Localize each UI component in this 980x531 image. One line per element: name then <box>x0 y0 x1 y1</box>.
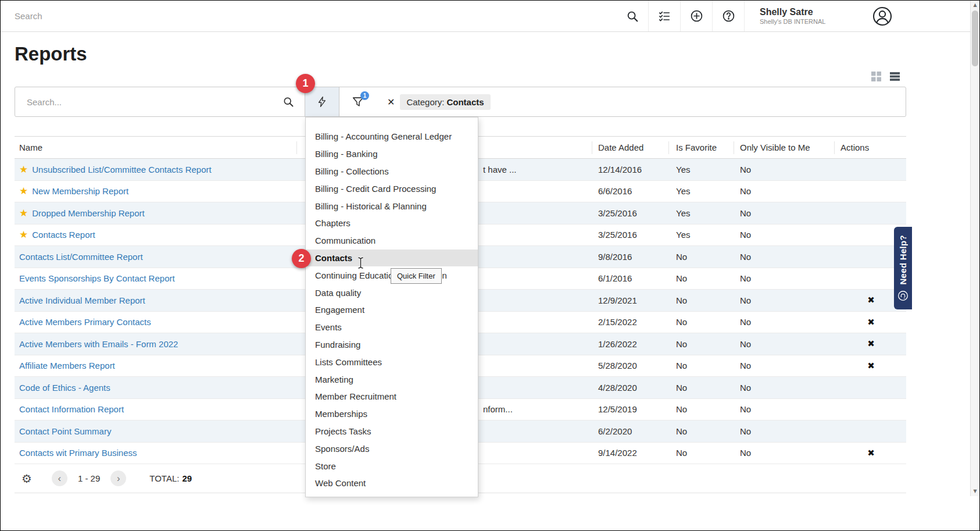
date-added-cell: 2/15/2022 <box>592 317 669 327</box>
report-name-cell: ★Dropped Membership Report <box>15 207 297 219</box>
actions-cell: ✖ <box>835 448 907 458</box>
scrollbar[interactable]: ▲ ▼ <box>970 1 979 496</box>
report-name-link[interactable]: Affiliate Members Report <box>19 361 115 370</box>
actions-cell: ✖ <box>835 404 907 415</box>
avatar-icon[interactable] <box>867 1 898 31</box>
scroll-down-button[interactable]: ▼ <box>971 487 979 496</box>
column-header-date-added[interactable]: Date Added <box>592 141 669 154</box>
quick-filter-menu-item[interactable]: Billing - Historical & Planning <box>306 197 478 215</box>
quick-filter-menu-item[interactable]: Projects Tasks <box>306 423 478 440</box>
date-added-cell: 6/2/2020 <box>592 426 669 436</box>
quick-filter-menu-item[interactable]: Contacts <box>306 250 478 267</box>
is-favorite-cell: Yes <box>669 208 734 218</box>
only-visible-cell: No <box>734 208 835 218</box>
report-name-link[interactable]: Contacts List/Committee Report <box>19 252 143 262</box>
is-favorite-cell: Yes <box>669 186 734 196</box>
report-name-link[interactable]: Contact Point Summary <box>19 426 111 436</box>
quick-filter-menu-item[interactable]: Billing - Banking <box>306 145 478 163</box>
report-name-cell: ★Events Sponsorships By Contact Report <box>15 273 297 283</box>
is-favorite-cell: No <box>669 317 734 327</box>
quick-filter-menu-item[interactable]: Member Recruitment <box>306 388 478 405</box>
remove-report-button[interactable]: ✖ <box>867 448 875 458</box>
favorite-star-icon: ★ <box>19 229 28 240</box>
only-visible-cell: No <box>734 230 835 240</box>
search-icon[interactable] <box>282 96 294 108</box>
report-name-link[interactable]: Dropped Membership Report <box>32 208 144 218</box>
search-icon[interactable] <box>617 1 648 31</box>
need-help-tab[interactable]: Need Help? <box>894 227 912 309</box>
quick-filter-menu-item[interactable]: Lists Committees <box>306 353 478 370</box>
report-name-link[interactable]: Active Members Primary Contacts <box>19 317 151 327</box>
filter-count-badge: 1 <box>360 91 369 100</box>
reports-search-input[interactable] <box>27 97 259 107</box>
quick-filter-menu-item[interactable]: Engagement <box>306 301 478 319</box>
quick-filter-menu-item[interactable]: Billing - Credit Card Processing <box>306 180 478 197</box>
actions-cell: ✖ <box>835 338 907 349</box>
clear-filter-icon[interactable]: ✕ <box>387 97 395 108</box>
quick-filter-menu-item[interactable]: Billing - Accounting General Ledger <box>306 128 478 145</box>
actions-cell: ✖ <box>835 208 907 218</box>
report-name-link[interactable]: New Membership Report <box>32 186 128 196</box>
report-name-link[interactable]: Events Sponsorships By Contact Report <box>19 273 175 283</box>
report-name-link[interactable]: Active Individual Member Report <box>19 295 145 305</box>
total-label: TOTAL: <box>149 473 179 483</box>
next-page-button[interactable]: › <box>110 471 126 486</box>
quick-filter-menu-item[interactable]: Marketing <box>306 370 478 388</box>
quick-filter-menu-item[interactable]: Web Content <box>306 475 478 492</box>
remove-report-button[interactable]: ✖ <box>867 317 875 327</box>
column-header-only-visible[interactable]: Only Visible to Me <box>734 141 835 154</box>
remove-report-button[interactable]: ✖ <box>867 361 875 371</box>
quick-filter-menu-item[interactable]: Store <box>306 457 478 475</box>
only-visible-cell: No <box>734 361 835 370</box>
actions-cell: ✖ <box>835 361 907 371</box>
is-favorite-cell: No <box>669 448 734 458</box>
quick-filter-menu-item[interactable]: Chapters <box>306 215 478 232</box>
only-visible-cell: No <box>734 404 835 414</box>
quick-filter-menu-item[interactable]: Data quality <box>306 284 478 301</box>
actions-cell: ✖ <box>835 164 907 174</box>
favorite-star-icon: ★ <box>19 208 28 219</box>
help-icon[interactable] <box>713 1 744 31</box>
favorite-star-icon: ★ <box>19 164 28 175</box>
only-visible-cell: No <box>734 448 835 458</box>
scroll-thumb[interactable] <box>972 10 978 66</box>
report-name-link[interactable]: Code of Ethics - Agents <box>19 383 110 393</box>
report-name-link[interactable]: Contact Information Report <box>19 404 124 414</box>
quick-filter-menu-item[interactable]: Sponsors/Ads <box>306 440 478 457</box>
remove-report-button[interactable]: ✖ <box>867 338 875 349</box>
quick-filter-menu-item[interactable]: Fundraising <box>306 336 478 354</box>
date-added-cell: 6/6/2016 <box>592 186 669 196</box>
filter-button[interactable]: 1 <box>339 87 377 116</box>
filter-chip[interactable]: Category:Contacts <box>400 94 490 110</box>
report-name-link[interactable]: Contacts Report <box>32 230 95 240</box>
global-search-input[interactable] <box>15 11 617 21</box>
column-header-is-favorite[interactable]: Is Favorite <box>669 141 734 154</box>
report-name-cell: ★Unsubscribed List/Committee Contacts Re… <box>15 163 297 176</box>
list-view-icon[interactable] <box>890 72 900 81</box>
report-name-link[interactable]: Unsubscribed List/Committee Contacts Rep… <box>32 165 211 174</box>
report-name-cell: ★Affiliate Members Report <box>15 361 297 370</box>
top-bar: Shelly Satre Shelly's DB INTERNAL <box>1 1 979 32</box>
date-added-cell: 5/28/2020 <box>592 361 669 370</box>
report-name-link[interactable]: Contacts wit Primary Business <box>19 448 137 458</box>
report-name-cell: ★Active Members Primary Contacts <box>15 317 297 327</box>
remove-report-button[interactable]: ✖ <box>867 295 875 305</box>
quick-filter-menu: Billing - Accounting General LedgerBilli… <box>305 117 478 497</box>
favorite-star-icon: ★ <box>19 186 28 197</box>
quick-filter-menu-item[interactable]: Billing - Collections <box>306 163 478 180</box>
quick-filter-menu-item[interactable]: Communication <box>306 232 478 250</box>
quick-filter-menu-item[interactable]: Memberships <box>306 405 478 423</box>
scroll-up-button[interactable]: ▲ <box>971 1 979 10</box>
column-header-name[interactable]: Name <box>15 141 297 154</box>
add-icon[interactable] <box>681 1 712 31</box>
report-name-cell: ★Contact Point Summary <box>15 426 297 436</box>
prev-page-button[interactable]: ‹ <box>52 471 67 486</box>
tasks-checklist-icon[interactable] <box>649 1 680 31</box>
settings-gear-icon[interactable]: ⚙ <box>22 472 32 486</box>
text-cursor <box>356 256 365 269</box>
date-added-cell: 3/25/2016 <box>592 230 669 240</box>
grid-view-icon[interactable] <box>871 72 881 81</box>
report-name-link[interactable]: Active Members with Emails - Form 2022 <box>19 339 178 349</box>
report-name-cell: ★Code of Ethics - Agents <box>15 383 297 393</box>
quick-filter-menu-item[interactable]: Events <box>306 319 478 336</box>
